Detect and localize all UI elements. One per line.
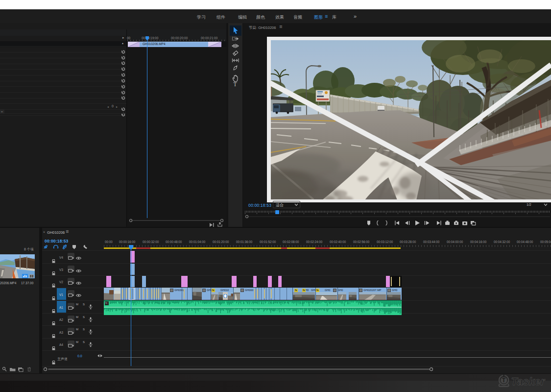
svg-text:Tasker: Tasker: [511, 376, 545, 388]
svg-text:T: T: [502, 377, 506, 384]
svg-text:T: T: [234, 81, 237, 87]
